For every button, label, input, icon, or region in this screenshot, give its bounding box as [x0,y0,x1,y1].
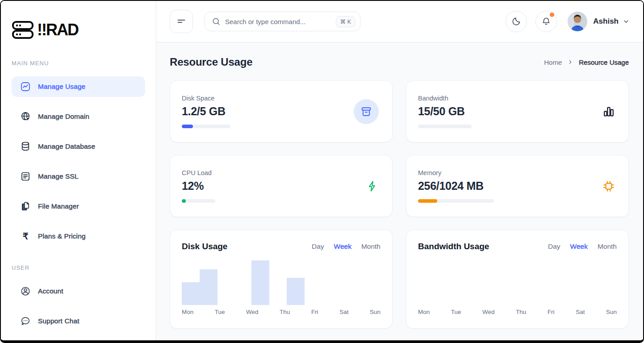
sidebar-section-main: MAIN MENU [12,60,145,67]
main-menu: Manage Usage Manage Domain Manage Databa… [12,76,145,247]
cpu-chip-icon [602,180,615,192]
user-circle-icon [20,285,31,297]
brand-name: !!RAD [37,21,78,39]
breadcrumb: Home Resource Usage [544,59,629,66]
sidebar-item-manage-ssl[interactable]: Manage SSL [12,166,145,187]
sidebar-item-label: Account [38,287,63,295]
bell-icon [541,17,551,26]
x-axis-label: Tue [451,309,461,315]
chart-bar-wed [251,260,269,305]
page-title: Resource Usage [170,56,252,68]
moon-icon [511,17,521,26]
tab-week[interactable]: Week [570,243,588,251]
avatar-image [568,12,587,31]
globe-icon [20,111,31,122]
topbar-actions: Ashish [506,11,630,32]
x-axis-label: Sun [606,309,617,315]
stat-label: Bandwidth [418,95,472,102]
server-logo-icon [12,21,35,39]
sidebar-section-user: USER [12,264,145,271]
document-icon [20,171,31,182]
sidebar-item-label: Manage SSL [38,172,79,180]
x-axis-label: Sat [576,309,585,315]
page-header: Resource Usage Home Resource Usage [170,56,629,68]
brand-logo[interactable]: !!RAD [12,21,145,39]
x-axis-label: Fri [311,309,318,315]
disk-usage-chart-card: Disk Usage DayWeekMonth MonTueWedThuFriS… [170,230,393,329]
page-content: Resource Usage Home Resource Usage Disk … [156,42,643,340]
x-axis-label: Fri [548,309,555,315]
chevron-down-icon[interactable] [623,18,630,25]
chart-title: Disk Usage [182,242,227,251]
main-area: ⌘ K [156,1,643,340]
search-icon [212,17,221,26]
archive-icon [360,106,372,117]
range-tabs: DayWeekMonth [312,243,381,251]
sidebar-item-label: Plans & Pricing [38,232,86,240]
chart-bar-mon [182,282,200,305]
search-input[interactable] [225,18,336,25]
sidebar-item-support-chat[interactable]: Support Chat [12,311,145,331]
sidebar-item-label: Manage Domain [38,113,89,121]
user-menu: Account Support Chat [12,281,145,331]
stat-label: CPU Load [182,169,215,176]
x-axis-label: Thu [516,309,526,315]
x-axis-labels: MonTueWedThuFriSatSun [182,309,381,315]
sidebar-item-label: File Manager [38,202,79,210]
breadcrumb-chevron-icon [567,59,573,65]
breadcrumb-home[interactable]: Home [544,59,562,66]
x-axis-label: Wed [246,309,259,315]
avatar[interactable] [568,12,587,31]
sidebar: !!RAD MAIN MENU Manage Usage Manage Doma… [1,1,156,340]
menu-icon [176,17,186,26]
stats-grid: Disk Space 1.2/5 GB Bandwidth 15/50 GB [170,80,629,217]
tab-day[interactable]: Day [548,243,560,251]
progress-fill [182,125,193,128]
x-axis-label: Sat [339,309,348,315]
x-axis-labels: MonTueWedThuFriSatSun [418,309,617,315]
notifications-button[interactable] [535,11,557,32]
tab-week[interactable]: Week [334,243,351,251]
sidebar-toggle-button[interactable] [170,10,193,33]
sidebar-item-account[interactable]: Account [12,281,145,301]
progress-fill [182,199,186,203]
progress-track [418,199,494,203]
lightning-icon [366,180,379,192]
range-tabs: DayWeekMonth [548,243,617,251]
x-axis-label: Wed [482,309,495,315]
archive-icon-badge [354,99,379,124]
x-axis-label: Thu [280,309,290,315]
topbar: ⌘ K [156,1,643,42]
tab-day[interactable]: Day [312,243,324,251]
database-icon [20,141,31,152]
stat-label: Disk Space [182,95,230,102]
user-name[interactable]: Ashish [593,17,619,26]
stat-value: 256/1024 MB [418,180,494,192]
sidebar-item-label: Manage Usage [38,83,85,91]
disk-space-card: Disk Space 1.2/5 GB [170,80,393,142]
x-axis-label: Mon [418,309,430,315]
sidebar-item-file-manager[interactable]: File Manager [12,196,145,217]
chart-bar-thu [287,278,305,305]
sidebar-item-manage-domain[interactable]: Manage Domain [12,106,145,127]
app-window: !!RAD MAIN MENU Manage Usage Manage Doma… [0,0,644,343]
bandwidth-usage-chart-card: Bandwidth Usage DayWeekMonth MonTueWedTh… [406,230,629,329]
search-bar[interactable]: ⌘ K [204,12,360,31]
sidebar-item-manage-database[interactable]: Manage Database [12,136,145,157]
x-axis-label: Tue [215,309,225,315]
stat-value: 15/50 GB [418,105,472,118]
cpu-load-card: CPU Load 12% [170,155,393,217]
progress-track [418,125,472,128]
sidebar-item-manage-usage[interactable]: Manage Usage [12,76,145,97]
stat-value: 1.2/5 GB [182,105,230,118]
tab-month[interactable]: Month [361,243,381,251]
bandwidth-card: Bandwidth 15/50 GB [406,80,629,142]
sidebar-item-label: Manage Database [38,142,95,151]
keyboard-shortcut-badge: ⌘ K [336,16,355,27]
sidebar-item-plans-pricing[interactable]: ₹ Plans & Pricing [12,226,145,247]
tab-month[interactable]: Month [598,243,617,251]
line-chart-icon [20,81,31,92]
dark-mode-button[interactable] [506,11,527,32]
x-axis-label: Mon [182,309,193,315]
breadcrumb-current: Resource Usage [579,59,629,66]
